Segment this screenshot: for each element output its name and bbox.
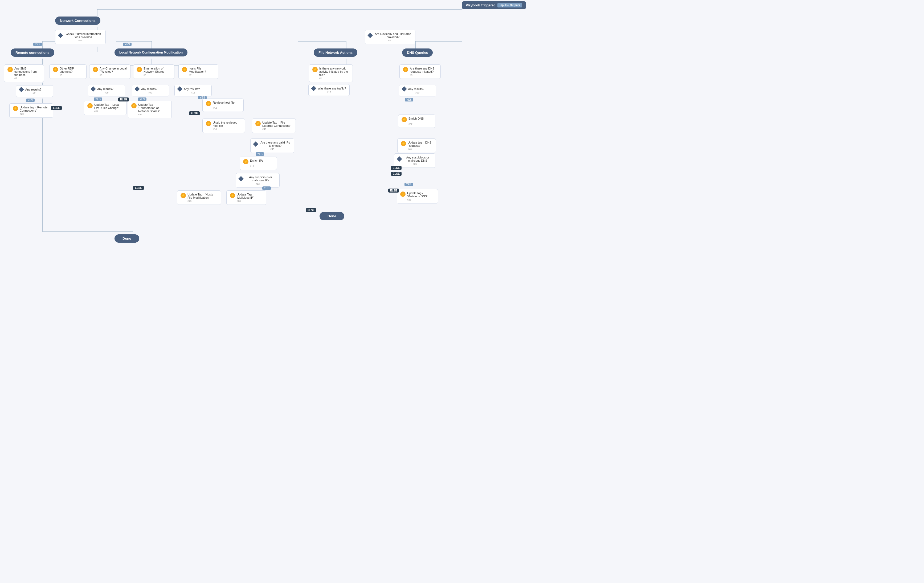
diamond-icon-deviceid — [368, 33, 373, 38]
diamond-hosts — [177, 86, 182, 92]
diamond-suspicious-ips — [238, 176, 244, 182]
done-bottom-label: Done — [114, 235, 139, 243]
playbook-canvas: Playbook Triggered Inputs / Outputs Netw… — [0, 0, 924, 583]
done-right-label: Done — [320, 212, 344, 220]
update-tag-dns-req-node[interactable]: ⚡ Update tag - 'DNS Requests' #40 — [397, 139, 436, 153]
update-tag-malicious-dns-node[interactable]: ⚡ Update tag - 'Malicious DNS' #25 — [397, 189, 438, 203]
smb-action-icon: ⚡ — [7, 67, 13, 72]
yes-label-suspicious-dns: YES — [404, 183, 413, 186]
hosts-action-icon: ⚡ — [182, 67, 187, 72]
yes-label-mid: YES — [123, 43, 132, 46]
hosts-file-mod-node[interactable]: ⚡ hosts File Modification? #7 — [178, 64, 218, 79]
else-label-dns1: ELSE — [391, 166, 401, 170]
hosts-mod-tag-icon: ⚡ — [180, 193, 186, 198]
any-results-hosts-node: Any results? #15 — [176, 85, 210, 96]
dns-queries-header: DNS Queries — [402, 48, 433, 57]
else-label-fw: ELSE — [118, 97, 129, 101]
diamond-dns — [401, 86, 407, 92]
enum-tag-icon: ⚡ — [131, 103, 137, 108]
any-results-remote-node: Any results? #21 — [16, 85, 53, 97]
fw-tag-icon: ⚡ — [87, 103, 92, 108]
local-network-node: Local Network Configuration Modification — [114, 48, 188, 56]
yes-label-fw: YES — [94, 97, 102, 101]
any-change-fw-node[interactable]: ⚡ Any Change in Local FW rules? #8 — [89, 64, 130, 79]
remote-connections-header: Remote connections — [11, 48, 54, 57]
inputs-outputs-button[interactable]: Inputs / Outputs — [497, 3, 522, 7]
update-tag-malicious-ip-node[interactable]: ⚡ Update Tag - 'Malicious IP' #28 — [226, 190, 266, 205]
fw-action-icon: ⚡ — [92, 67, 98, 72]
network-connections-header: Network Connections — [55, 17, 101, 25]
any-results-enum-node: Any results? #41 — [133, 85, 168, 96]
any-results-dns-node: Any results? #20 — [399, 85, 436, 96]
check-device-info-node: Check if device information was provided… — [55, 30, 106, 44]
yes-label-left: YES — [33, 43, 42, 46]
yes-label-remote-results: YES — [26, 99, 35, 102]
update-tag-fw-node[interactable]: ⚡ Update Tag - 'Local FW Rules Change' #… — [84, 101, 127, 115]
done-right-node: Done — [320, 212, 344, 220]
else-label-dns3: ELSE — [388, 188, 399, 193]
diamond-suspicious-dns — [397, 156, 402, 162]
rdp-action-icon: ⚡ — [53, 67, 58, 72]
enumeration-shares-node[interactable]: ⚡ Enumeration of Network Shares #6 — [133, 64, 175, 79]
diamond-icon — [58, 33, 63, 38]
are-valid-ips-node: Are there any valid IPs to check? #45 — [250, 139, 294, 153]
malicious-dns-tag-icon: ⚡ — [400, 192, 406, 197]
playbook-triggered-node[interactable]: Playbook Triggered Inputs / Outputs — [462, 1, 526, 9]
enrich-dns-icon: ⚡ — [401, 117, 407, 122]
network-connections-node: Network Connections — [55, 17, 101, 25]
yes-label-suspicious-ips: YES — [262, 187, 271, 190]
retrieve-host-file-node[interactable]: ⚡ Retrieve host file #14 — [202, 99, 244, 112]
file-ext-tag-icon: ⚡ — [255, 121, 261, 126]
are-deviceid-node: Are DeviceID and FileName provided? #40 — [365, 30, 416, 44]
any-suspicious-dns-node: Any suspicious or malicious DNS #25 — [394, 154, 436, 168]
unzip-action-icon: ⚡ — [206, 121, 211, 126]
network-activity-icon: ⚡ — [312, 67, 318, 72]
file-network-node: File Network Actions — [314, 48, 357, 57]
yes-label-valid-ips: YES — [256, 152, 264, 156]
diamond-valid-ips — [253, 141, 258, 147]
any-suspicious-ips-node: Any suspicious or malicious IPs #12 — [236, 173, 280, 188]
diamond-traffic — [311, 86, 316, 91]
update-tag-hosts-mod-node[interactable]: ⚡ Update Tag - 'Hosts File Modification'… — [177, 190, 221, 205]
yes-label-hosts: YES — [198, 96, 207, 99]
enrich-ips-icon: ⚡ — [243, 159, 248, 164]
yes-label-enum: YES — [138, 97, 147, 101]
malicious-ip-tag-icon: ⚡ — [230, 193, 235, 198]
update-tag-enum-node[interactable]: ⚡ Update Tag - 'Enumeration of Network S… — [128, 101, 172, 118]
yes-label-dns-results: YES — [405, 98, 413, 101]
remote-connections-node: Remote connections — [11, 48, 54, 57]
playbook-triggered-label: Playbook Triggered — [466, 3, 495, 7]
else-label-dns2: ELSE — [391, 172, 401, 176]
local-network-header: Local Network Configuration Modification — [114, 48, 188, 56]
other-rdp-node[interactable]: ⚡ Other RDP attempts? #5 — [49, 64, 87, 79]
diamond-results-remote — [19, 87, 24, 92]
was-traffic-node: Was there any traffic? #10 — [309, 84, 350, 96]
dns-req-tag-icon: ⚡ — [401, 141, 406, 146]
else-label-bottom: ELSE — [133, 186, 144, 190]
update-tag-file-ext-node[interactable]: ⚡ Update Tag - 'File External Connection… — [252, 119, 296, 133]
retrieve-action-icon: ⚡ — [206, 101, 211, 106]
any-smb-node[interactable]: ⚡ Any SMB connections from the host? #2 — [4, 64, 44, 82]
update-tag-remote-node[interactable]: ⚡ Update tag - 'Remote Connections' #20 — [9, 103, 53, 118]
dns-queries-node: DNS Queries — [402, 48, 433, 57]
are-dns-requests-node[interactable]: ⚡ Are there any DNS requests initiated? … — [399, 64, 441, 79]
else-label-done-right: ELSE — [306, 208, 316, 212]
remote-tag-icon: ⚡ — [13, 106, 18, 111]
enrich-ips-node[interactable]: ⚡ Enrich IPs #11 — [240, 157, 277, 170]
dns-requests-icon: ⚡ — [403, 67, 408, 72]
enum-action-icon: ⚡ — [137, 67, 142, 72]
file-network-header: File Network Actions — [314, 48, 357, 57]
is-network-activity-node[interactable]: ⚡ Is there any network activity initiate… — [309, 64, 353, 82]
diamond-enum — [134, 86, 140, 92]
else-label-remote: ELSE — [51, 106, 62, 110]
done-bottom-node: Done — [114, 235, 139, 243]
else-label-hosts: ELSE — [189, 111, 200, 115]
any-results-fw-node: Any results? #29 — [89, 85, 124, 96]
unzip-host-file-node[interactable]: ⚡ Unzip the retrieved host file #16 — [202, 119, 245, 133]
enrich-dns-node[interactable]: ⚡ Enrich DNS #32 — [398, 114, 436, 128]
diamond-fw — [91, 86, 96, 92]
